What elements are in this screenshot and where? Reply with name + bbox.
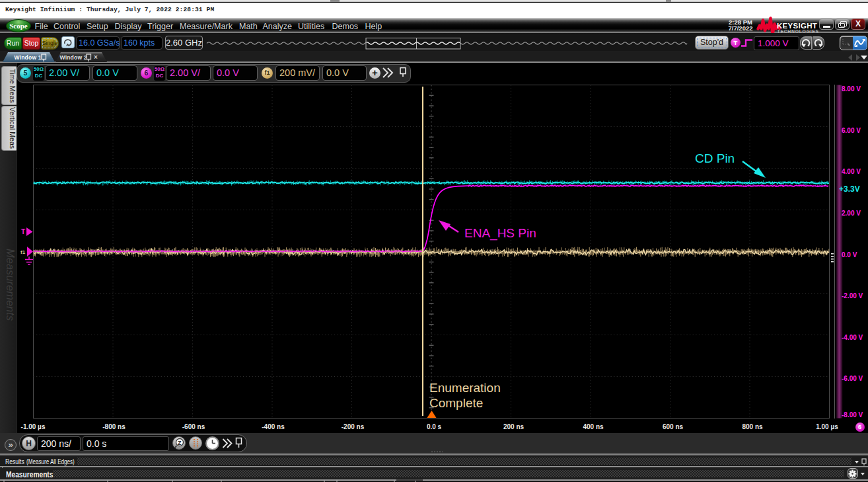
svg-text:ENA_HS Pin: ENA_HS Pin <box>464 226 536 241</box>
svg-text:Enumeration: Enumeration <box>429 381 501 395</box>
svg-text:f1: f1 <box>20 249 26 255</box>
svg-text:Complete: Complete <box>429 396 483 410</box>
svg-text:+3.3V: +3.3V <box>839 184 860 194</box>
svg-text:Z: Z <box>178 440 182 446</box>
svg-text:T: T <box>21 228 25 235</box>
svg-text:CD Pin: CD Pin <box>695 151 735 165</box>
